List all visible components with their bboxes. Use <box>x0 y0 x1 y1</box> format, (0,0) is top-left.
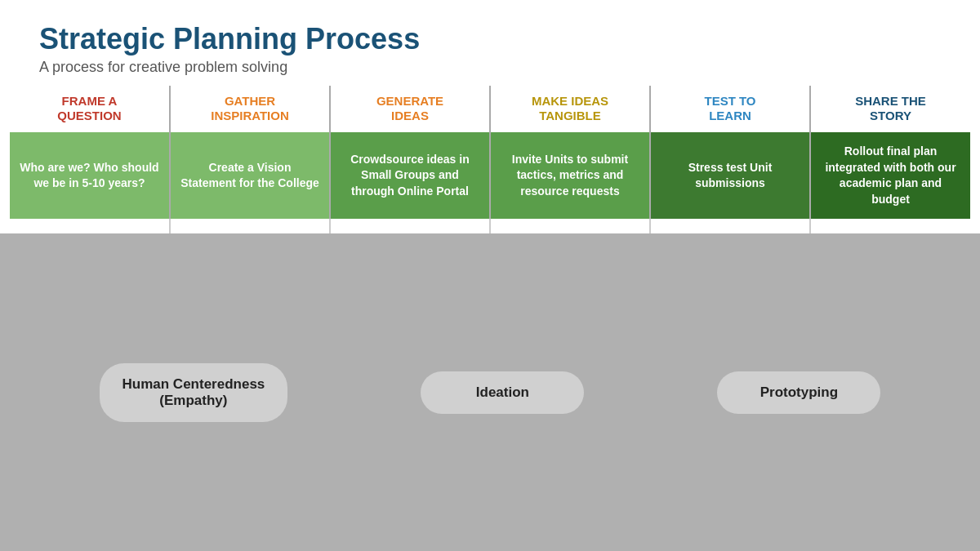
header-row: FRAME AQUESTION GATHERINSPIRATION GENERA… <box>10 86 970 133</box>
page-subtitle: A process for creative problem solving <box>39 59 941 76</box>
bottom-section: Human Centeredness(Empathy) Ideation Pro… <box>0 233 980 551</box>
cell-test: Stress test Unit submissions <box>650 132 810 219</box>
pill-ideation: Ideation <box>421 371 584 414</box>
col-header-share: SHARE THESTORY <box>810 86 970 133</box>
col-header-frame: FRAME AQUESTION <box>10 86 170 133</box>
header: Strategic Planning Process A process for… <box>0 0 980 86</box>
cell-gather: Create a Vision Statement for the Colleg… <box>170 132 330 219</box>
col-header-generate: GENERATEIDEAS <box>330 86 490 133</box>
page-title: Strategic Planning Process <box>39 23 941 56</box>
col-header-test: TEST TOLEARN <box>650 86 810 133</box>
spacer-row <box>10 219 970 233</box>
col-header-gather: GATHERINSPIRATION <box>170 86 330 133</box>
cell-make: Invite Units to submit tactics, metrics … <box>490 132 650 219</box>
process-table: FRAME AQUESTION GATHERINSPIRATION GENERA… <box>10 86 970 234</box>
col-header-make: MAKE IDEASTANGIBLE <box>490 86 650 133</box>
cell-frame: Who are we? Who should we be in 5-10 yea… <box>10 132 170 219</box>
cell-generate: Crowdsource ideas in Small Groups and th… <box>330 132 490 219</box>
pill-human-centeredness: Human Centeredness(Empathy) <box>100 363 288 422</box>
pill-prototyping: Prototyping <box>717 371 880 414</box>
content-row: Who are we? Who should we be in 5-10 yea… <box>10 132 970 219</box>
cell-share: Rollout final plan integrated with both … <box>810 132 970 219</box>
main-container: Strategic Planning Process A process for… <box>0 0 980 551</box>
process-table-section: FRAME AQUESTION GATHERINSPIRATION GENERA… <box>0 86 980 234</box>
